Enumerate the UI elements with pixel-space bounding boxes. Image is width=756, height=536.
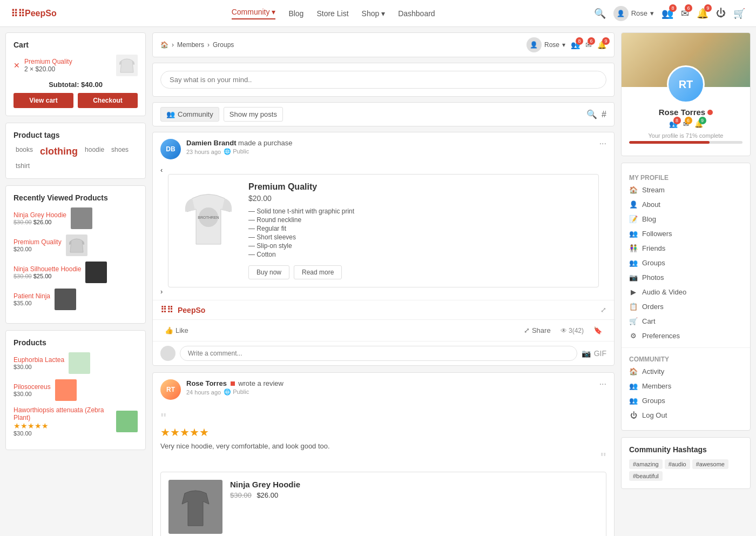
user-avatar: 👤 [613,6,629,21]
checkout-button[interactable]: Checkout [78,93,138,108]
breadcrumb-members[interactable]: Members [177,41,204,49]
cart-nav-icon: 🛒 [629,317,638,325]
profile-messages-icon[interactable]: ✉ 6 [683,120,689,128]
comment-actions: 📷 GIF [582,349,606,358]
nav-dashboard[interactable]: Dashboard [398,9,435,18]
photo-comment-icon[interactable]: 📷 [582,349,591,358]
nav-community-groups[interactable]: 👥 Groups [622,393,750,408]
search-button[interactable]: 🔍 [594,8,606,19]
nav-stream[interactable]: 🏠 Stream [622,183,750,197]
product-name[interactable]: Patient Ninja [14,292,50,300]
product-next-btn[interactable]: › [160,287,163,296]
post-more-btn[interactable]: ··· [599,139,606,149]
activity-label: Activity [642,367,664,376]
blog-icon: 📝 [629,215,638,223]
gif-comment-icon[interactable]: GIF [594,349,606,358]
tag-clothing[interactable]: clothing [38,145,80,158]
share-btn[interactable]: ⤢ Share [519,324,555,337]
nav-about[interactable]: 👤 About [622,197,750,212]
nav-preferences[interactable]: ⚙ Preferences [622,329,750,343]
product-stars: ★★★★★ [14,421,112,430]
view-cart-button[interactable]: View cart [14,93,73,108]
photos-icon: 📷 [629,273,638,282]
nav-followers[interactable]: 👥 Followers [622,226,750,241]
cart-icon[interactable]: 🛒 [733,8,745,19]
messages-icon[interactable]: ✉ 6 [681,8,689,19]
cart-actions: View cart Checkout [14,93,138,108]
breadcrumb-groups[interactable]: Groups [213,41,234,49]
share-icon[interactable]: ⤢ [600,306,606,314]
post-input[interactable] [160,71,606,89]
product-name[interactable]: Haworthiopsis attenuata (Zebra Plant) [14,406,112,421]
search-feed-icon[interactable]: 🔍 [586,109,597,119]
hashtag-amazing[interactable]: #amazing [629,459,663,469]
nav-right: 🔍 👤 Rose ▾ 👥 8 ✉ 6 🔔 9 ⏻ 🛒 [594,6,745,21]
post-author[interactable]: Damien Brandt [186,139,236,147]
nav-audio-video[interactable]: ▶ Audio & Video [622,285,750,299]
sub-messages-icon[interactable]: ✉ 6 [585,41,592,49]
friends-icon[interactable]: 👥 8 [662,8,673,19]
notifications-icon[interactable]: 🔔 9 [697,8,708,19]
svg-text:BROTHREN: BROTHREN [198,216,219,219]
read-more-btn[interactable]: Read more [294,265,342,279]
nav-logout[interactable]: ⏻ Log Out [622,408,750,423]
profile-friends-icon[interactable]: 👥 8 [669,120,678,128]
product-name[interactable]: Ninja Grey Hoodie [14,211,66,219]
product-info: Patient Ninja $35.00 [14,292,50,306]
nav-blog[interactable]: 📝 Blog [622,212,750,226]
home-icon[interactable]: 🏠 [160,41,168,49]
sub-user-menu[interactable]: 👤 Rose ▾ [526,37,565,52]
nav-blog[interactable]: Blog [288,9,303,18]
messages-badge: 6 [685,4,692,12]
nav-orders[interactable]: 📋 Orders [622,299,750,314]
nav-store-list[interactable]: Store List [316,9,348,18]
tab-community[interactable]: 👥 Community [160,107,219,122]
nav-cart[interactable]: 🛒 Cart [622,314,750,329]
nav-photos[interactable]: 📷 Photos [622,270,750,285]
bookmark-btn[interactable]: 🔖 [589,324,606,337]
post-avatar: DB [160,139,181,159]
cart-item: ✕ Premium Quality 2 × $20.00 [14,55,138,76]
sub-notifications-icon[interactable]: 🔔 9 [597,41,606,49]
nav-activity[interactable]: 🏠 Activity [622,364,750,379]
like-btn[interactable]: 👍 Like [160,324,193,337]
breadcrumb: 🏠 › Members › Groups [160,41,521,49]
power-icon[interactable]: ⏻ [716,8,726,19]
profile-avatar: RT [667,65,705,103]
profile-progress-wrap: Your profile is 71% complete [629,132,742,144]
review-content: " ★★★★★ Very nice hoodie, very comfortab… [153,406,614,472]
site-logo[interactable]: ⠿⠿ PeepSo [11,8,57,19]
nav-members[interactable]: 👥 Members [622,379,750,393]
nav-shop[interactable]: Shop ▾ [362,9,386,18]
comment-input[interactable] [180,346,577,361]
profile-notifications-icon[interactable]: 🔔 9 [694,120,703,128]
user-name: Rose [631,9,647,17]
buy-now-btn[interactable]: Buy now [248,265,289,279]
post-header: RT Rose Torres wrote a review 24 hours a… [153,373,614,406]
hashtag-awesome[interactable]: #awesome [692,459,728,469]
product-info: Ninja Silhouette Hoodie $30.00 $25.00 [14,265,81,279]
tab-show-my-posts[interactable]: Show my posts [224,107,283,122]
post-more-btn[interactable]: ··· [599,379,606,389]
nav-groups[interactable]: 👥 Groups [622,256,750,270]
hashtag-beautiful[interactable]: #beautiful [629,471,663,481]
product-prev-btn[interactable]: ‹ [160,166,163,174]
cart-item-name[interactable]: Premium Quality [24,58,112,65]
user-menu[interactable]: 👤 Rose ▾ [613,6,654,21]
product-name[interactable]: Ninja Silhouette Hoodie [14,265,81,273]
tag-tshirt[interactable]: tshirt [14,161,32,171]
product-name[interactable]: Pilosocereus [14,383,51,391]
cart-remove-btn[interactable]: ✕ [14,61,20,70]
product-card: BROTHREN Premium Quality $20.00 Solid to… [168,174,599,287]
product-name[interactable]: Premium Quality [14,238,62,246]
product-name[interactable]: Euphorbia Lactea [14,356,64,364]
nav-community[interactable]: Community ▾ [232,8,276,19]
tag-shoes[interactable]: shoes [109,145,131,158]
hashtag-feed-icon[interactable]: # [602,110,606,119]
post-author[interactable]: Rose Torres [186,379,227,387]
tag-hoodie[interactable]: hoodie [83,145,106,158]
hashtag-audio[interactable]: #audio [665,459,690,469]
sub-friends-icon[interactable]: 👥 8 [571,41,580,49]
nav-friends[interactable]: 👫 Friends [622,241,750,256]
tag-books[interactable]: books [14,145,35,158]
